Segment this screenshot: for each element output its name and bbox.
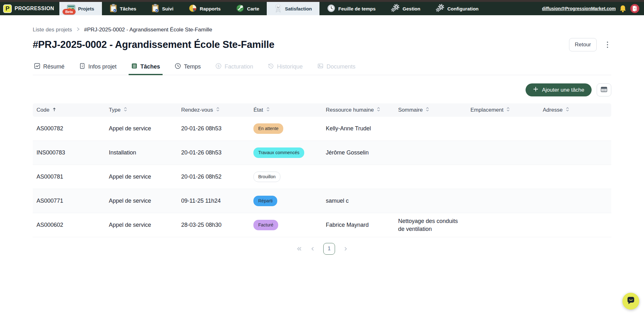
nav-item-label: Configuration bbox=[447, 6, 479, 11]
cell-type: Appel de service bbox=[105, 121, 178, 135]
sort-asc-icon bbox=[52, 107, 56, 113]
breadcrumb-current: #PRJ-2025-0002 - Agrandissement École St… bbox=[84, 27, 212, 33]
cell-rendez-vous: 28-03-25 08h30 bbox=[178, 218, 250, 232]
tab-label: Temps bbox=[184, 63, 201, 70]
nav-item-projets[interactable]: Projets Beta bbox=[59, 2, 102, 15]
table-row[interactable]: AS000781 Appel de service 20-01-26 08h52… bbox=[33, 165, 611, 189]
tab-facturation: $ Facturation bbox=[214, 60, 254, 75]
chat-launcher-button[interactable] bbox=[622, 293, 639, 310]
tab-label: Historique bbox=[277, 63, 303, 70]
sort-icon bbox=[216, 107, 220, 113]
notifications-bell-icon[interactable] bbox=[619, 5, 627, 13]
cell-emplacement bbox=[467, 198, 539, 204]
cell-emplacement bbox=[467, 150, 539, 156]
user-email-link[interactable]: diffusion@ProgressionMarket.com bbox=[542, 6, 616, 11]
nav-item-feuille-de-temps[interactable]: Feuille de temps bbox=[319, 2, 383, 15]
pie-chart-icon bbox=[189, 4, 197, 13]
gears-icon bbox=[391, 4, 400, 13]
cell-type: Installation bbox=[105, 146, 178, 160]
award-smiley-icon bbox=[274, 4, 282, 14]
add-task-label: Ajouter une tâche bbox=[542, 87, 584, 93]
top-navigation-bar: P PROGRESSION Projets Beta Tâches Suivi bbox=[0, 2, 644, 15]
nav-item-gestion[interactable]: Gestion bbox=[383, 2, 428, 15]
column-label: Rendez-vous bbox=[181, 107, 213, 113]
cell-emplacement bbox=[467, 126, 539, 132]
nav-item-label: Suivi bbox=[162, 6, 173, 11]
sort-icon bbox=[506, 107, 510, 113]
cell-rendez-vous: 20-01-26 08h53 bbox=[178, 121, 250, 135]
clipboard-icon bbox=[110, 4, 117, 13]
cell-sommaire bbox=[394, 126, 467, 132]
column-header-rendez-vous[interactable]: Rendez-vous bbox=[178, 107, 250, 113]
column-header-sommaire[interactable]: Sommaire bbox=[394, 107, 467, 113]
nav-item-suivi[interactable]: Suivi bbox=[144, 2, 181, 15]
main-nav: Projets Beta Tâches Suivi Rapports Car bbox=[59, 2, 486, 15]
sort-icon bbox=[124, 107, 127, 113]
svg-text:$: $ bbox=[218, 64, 219, 68]
gears-icon bbox=[436, 4, 445, 13]
tab-historique: Historique bbox=[266, 60, 304, 75]
tab-temps[interactable]: Temps bbox=[173, 60, 202, 75]
nav-item-configuration[interactable]: Configuration bbox=[428, 2, 486, 15]
status-badge: Réparti bbox=[253, 196, 277, 206]
tab-infos-projet[interactable]: Infos projet bbox=[78, 60, 118, 75]
cell-adresse bbox=[539, 150, 611, 156]
table-row[interactable]: AS000771 Appel de service 09-11-25 11h24… bbox=[33, 189, 611, 213]
column-header-ressource-humaine[interactable]: Ressource humaine bbox=[322, 107, 394, 113]
current-page-button[interactable]: 1 bbox=[323, 243, 335, 255]
back-button[interactable]: Retour bbox=[569, 38, 597, 51]
chevron-right-icon bbox=[77, 27, 80, 33]
tab-label: Documents bbox=[326, 63, 355, 70]
previous-page-icon[interactable] bbox=[311, 246, 314, 251]
cell-rendez-vous: 20-01-26 08h52 bbox=[178, 170, 250, 184]
cell-code: AS000782 bbox=[33, 121, 105, 135]
table-row[interactable]: AS000602 Appel de service 28-03-25 08h30… bbox=[33, 213, 611, 237]
tab-label: Résumé bbox=[43, 63, 64, 70]
breadcrumb-root[interactable]: Liste des projets bbox=[33, 27, 72, 33]
column-settings-button[interactable] bbox=[597, 83, 611, 96]
nav-item-rapports[interactable]: Rapports bbox=[181, 2, 228, 15]
nav-item-taches[interactable]: Tâches bbox=[102, 2, 144, 15]
cell-sommaire bbox=[394, 198, 467, 204]
first-page-icon[interactable] bbox=[297, 246, 302, 251]
dollar-circle-icon: $ bbox=[215, 63, 222, 71]
add-task-button[interactable]: Ajouter une tâche bbox=[526, 83, 592, 96]
nav-item-label: Gestion bbox=[403, 6, 420, 11]
column-header-emplacement[interactable]: Emplacement bbox=[467, 107, 539, 113]
history-icon bbox=[268, 63, 274, 71]
chart-line-icon bbox=[34, 63, 40, 71]
clock-icon bbox=[327, 4, 335, 13]
brand-home-link[interactable]: P PROGRESSION bbox=[0, 2, 59, 15]
cell-type: Appel de service bbox=[105, 218, 178, 232]
page-content: Liste des projets #PRJ-2025-0002 - Agran… bbox=[0, 27, 644, 259]
column-label: Adresse bbox=[543, 107, 562, 113]
tab-taches[interactable]: Tâches bbox=[130, 60, 161, 75]
kebab-menu-icon[interactable] bbox=[604, 39, 611, 50]
sort-icon bbox=[566, 107, 569, 113]
sort-icon bbox=[266, 107, 270, 113]
cell-rendez-vous: 09-11-25 11h24 bbox=[178, 194, 250, 208]
column-header-type[interactable]: Type bbox=[105, 107, 178, 113]
nav-item-satisfaction[interactable]: Satisfaction bbox=[267, 2, 319, 15]
column-header-etat[interactable]: État bbox=[250, 107, 322, 113]
column-header-code[interactable]: Code bbox=[33, 107, 105, 113]
tab-label: Tâches bbox=[140, 63, 160, 70]
column-label: Type bbox=[109, 107, 121, 113]
column-header-adresse[interactable]: Adresse bbox=[539, 107, 611, 113]
status-badge: Travaux commencés bbox=[253, 147, 304, 158]
brand-name: PROGRESSION bbox=[15, 6, 54, 11]
cell-sommaire: Nettoyage des conduits de ventilation bbox=[394, 214, 467, 236]
table-row[interactable]: AS000782 Appel de service 20-01-26 08h53… bbox=[33, 117, 611, 141]
tab-resume[interactable]: Résumé bbox=[33, 60, 66, 75]
next-page-icon[interactable] bbox=[344, 246, 347, 251]
nav-item-carte[interactable]: Carte bbox=[228, 2, 267, 15]
tasks-table: Code Type Rendez-vous État bbox=[33, 103, 611, 237]
nav-item-label: Rapports bbox=[200, 6, 221, 11]
table-row[interactable]: INS000783 Installation 20-01-26 08h53 Tr… bbox=[33, 141, 611, 165]
logout-door-icon[interactable] bbox=[630, 4, 640, 13]
breadcrumb: Liste des projets #PRJ-2025-0002 - Agran… bbox=[33, 27, 611, 33]
cell-type: Appel de service bbox=[105, 170, 178, 184]
cell-sommaire bbox=[394, 174, 467, 180]
cell-emplacement bbox=[467, 222, 539, 228]
cell-code: INS000783 bbox=[33, 146, 105, 160]
